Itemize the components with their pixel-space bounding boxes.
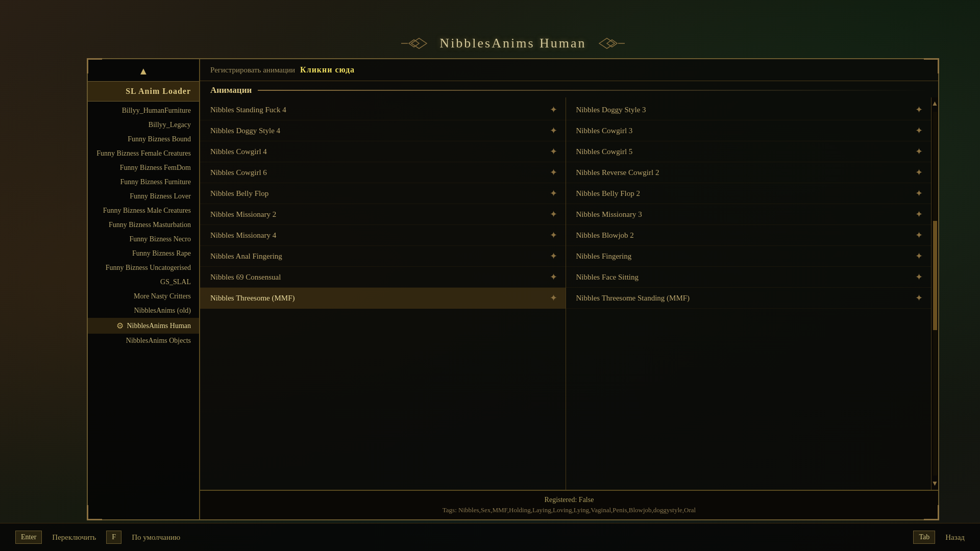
anim-item[interactable]: Nibbles Cowgirl 3✦ <box>566 120 932 141</box>
sidebar-item[interactable]: NibblesAnims (old) <box>88 304 199 318</box>
anim-item-label: Nibbles Face Sitting <box>576 273 639 282</box>
sidebar-item[interactable]: ⚙NibblesAnims Human <box>88 318 199 334</box>
anim-item[interactable]: Nibbles Cowgirl 6✦ <box>200 162 566 183</box>
anim-item[interactable]: Nibbles 69 Consensual✦ <box>200 267 566 288</box>
anim-item-icon: ✦ <box>915 251 923 262</box>
scroll-down-arrow[interactable]: ▼ <box>929 478 938 490</box>
anim-item[interactable]: Nibbles Standing Fuck 4✦ <box>200 99 566 120</box>
active-icon: ⚙ <box>116 321 124 331</box>
status-bar: Registered: False Tags: Nibbles,Sex,MMF,… <box>200 490 938 519</box>
sidebar-item[interactable]: Funny Bizness Female Creatures <box>88 146 199 161</box>
sidebar-item[interactable]: Funny Bizness Necro <box>88 232 199 246</box>
anim-item[interactable]: Nibbles Missionary 3✦ <box>566 204 932 225</box>
sidebar-item-label: More Nasty Critters <box>134 292 191 300</box>
sidebar-item-label: NibblesAnims Human <box>127 322 191 330</box>
anim-item-icon: ✦ <box>550 292 557 304</box>
corner-tl <box>87 58 102 73</box>
title-ornament-left <box>399 36 429 51</box>
anim-item[interactable]: Nibbles Doggy Style 4✦ <box>200 120 566 141</box>
sidebar-item[interactable]: Funny Bizness Masturbation <box>88 218 199 232</box>
anim-item-icon: ✦ <box>550 125 557 136</box>
anim-item[interactable]: Nibbles Belly Flop 2✦ <box>566 183 932 204</box>
page-title: NibblesAnims Human <box>429 36 596 51</box>
anim-item-label: Nibbles Fingering <box>576 252 632 261</box>
sidebar-title: SL Anim Loader <box>88 81 199 102</box>
anim-item[interactable]: Nibbles Face Sitting✦ <box>566 267 932 288</box>
scrollbar[interactable]: ▲ ▼ <box>931 97 938 490</box>
sidebar-item[interactable]: Funny Bizness Rape <box>88 246 199 261</box>
sidebar-item[interactable]: Funny Bizness Furniture <box>88 175 199 189</box>
sidebar-item-label: Funny Bizness FemDom <box>120 164 191 172</box>
corner-tr <box>924 58 939 73</box>
sidebar-item[interactable]: Billyy_Legacy <box>88 118 199 132</box>
anim-item[interactable]: Nibbles Missionary 4✦ <box>200 225 566 246</box>
anim-item-label: Nibbles 69 Consensual <box>210 273 281 282</box>
scroll-up-arrow[interactable]: ▲ <box>929 97 938 110</box>
anim-item-label: Nibbles Standing Fuck 4 <box>210 106 286 114</box>
sidebar-item-label: Funny Bizness Bound <box>128 135 191 143</box>
main-panel: ▲ SL Anim Loader Billyy_HumanFurnitureBi… <box>87 58 939 520</box>
title-ornament-right <box>597 36 627 51</box>
anim-item-label: Nibbles Threesome Standing (MMF) <box>576 294 690 303</box>
anim-item[interactable]: Nibbles Reverse Cowgirl 2✦ <box>566 162 932 183</box>
sidebar-item-label: Funny Bizness Male Creatures <box>103 207 191 215</box>
anim-item-label: Nibbles Belly Flop <box>210 189 268 198</box>
sidebar-item[interactable]: Funny Bizness FemDom <box>88 161 199 175</box>
anim-item-icon: ✦ <box>915 271 923 283</box>
anim-item-icon: ✦ <box>915 209 923 220</box>
anim-item-icon: ✦ <box>915 146 923 157</box>
anim-item-label: Nibbles Threesome (MMF) <box>210 294 295 303</box>
anim-item[interactable]: Nibbles Belly Flop✦ <box>200 183 566 204</box>
sidebar-item[interactable]: Funny Bizness Lover <box>88 189 199 204</box>
sidebar-items: Billyy_HumanFurnitureBillyy_LegacyFunny … <box>88 102 199 519</box>
anim-item[interactable]: Nibbles Threesome (MMF)✦ <box>200 288 566 309</box>
sidebar-up-arrow[interactable]: ▲ <box>88 59 199 81</box>
animations-title: Анимации <box>210 85 252 95</box>
sidebar-item-label: Billyy_Legacy <box>149 121 191 129</box>
key-button[interactable]: F <box>106 531 121 544</box>
animations-header: Анимации <box>200 81 938 97</box>
anim-item[interactable]: Nibbles Anal Fingering✦ <box>200 246 566 267</box>
key-label: Назад <box>945 533 965 542</box>
scroll-track[interactable] <box>933 112 937 475</box>
sidebar-item[interactable]: NibblesAnims Objects <box>88 334 199 348</box>
sidebar-item-label: Funny Bizness Furniture <box>120 178 191 186</box>
animations-left-column: Nibbles Standing Fuck 4✦Nibbles Doggy St… <box>200 97 566 490</box>
anim-item-label: Nibbles Belly Flop 2 <box>576 189 640 198</box>
sidebar-item[interactable]: Funny Bizness Bound <box>88 132 199 146</box>
sidebar-item-label: Funny Bizness Rape <box>132 249 191 258</box>
animations-section: Анимации Nibbles Standing Fuck 4✦Nibbles… <box>200 81 938 490</box>
sidebar-item[interactable]: GS_SLAL <box>88 275 199 289</box>
content-area: Регистрировать анимации Кликни сюда Аним… <box>200 59 938 519</box>
anim-item[interactable]: Nibbles Cowgirl 4✦ <box>200 141 566 162</box>
anim-item[interactable]: Nibbles Blowjob 2✦ <box>566 225 932 246</box>
sidebar-item-label: GS_SLAL <box>160 278 191 286</box>
anim-item-label: Nibbles Cowgirl 4 <box>210 147 267 156</box>
sidebar-item[interactable]: Billyy_HumanFurniture <box>88 104 199 118</box>
anim-item-label: Nibbles Cowgirl 3 <box>576 127 633 135</box>
scroll-thumb[interactable] <box>933 221 937 330</box>
sidebar-item[interactable]: Funny Bizness Male Creatures <box>88 204 199 218</box>
anim-item[interactable]: Nibbles Missionary 2✦ <box>200 204 566 225</box>
register-label: Регистрировать анимации <box>210 66 295 74</box>
sidebar-item-label: Billyy_HumanFurniture <box>122 107 191 115</box>
register-button[interactable]: Кликни сюда <box>300 65 355 74</box>
anim-item-label: Nibbles Cowgirl 5 <box>576 147 633 156</box>
anim-item[interactable]: Nibbles Fingering✦ <box>566 246 932 267</box>
anim-item-icon: ✦ <box>915 167 923 178</box>
bottom-controls-left: EnterПереключитьFПо умолчанию <box>15 531 180 544</box>
sidebar-item[interactable]: More Nasty Critters <box>88 289 199 304</box>
anim-item-label: Nibbles Doggy Style 4 <box>210 127 280 135</box>
anim-item[interactable]: Nibbles Doggy Style 3✦ <box>566 99 932 120</box>
dialog-container: NibblesAnims Human ▲ SL Anim Loader <box>87 31 939 520</box>
anim-item[interactable]: Nibbles Cowgirl 5✦ <box>566 141 932 162</box>
animations-right-column: Nibbles Doggy Style 3✦Nibbles Cowgirl 3✦… <box>566 97 932 490</box>
key-button[interactable]: Tab <box>913 531 935 544</box>
sidebar-item[interactable]: Funny Bizness Uncatogerised <box>88 261 199 275</box>
key-button[interactable]: Enter <box>15 531 42 544</box>
anim-item-label: Nibbles Doggy Style 3 <box>576 106 646 114</box>
anim-item[interactable]: Nibbles Threesome Standing (MMF)✦ <box>566 288 932 309</box>
title-bar: NibblesAnims Human <box>87 31 939 58</box>
sidebar-item-label: Funny Bizness Masturbation <box>109 221 191 229</box>
anim-item-icon: ✦ <box>550 146 557 157</box>
